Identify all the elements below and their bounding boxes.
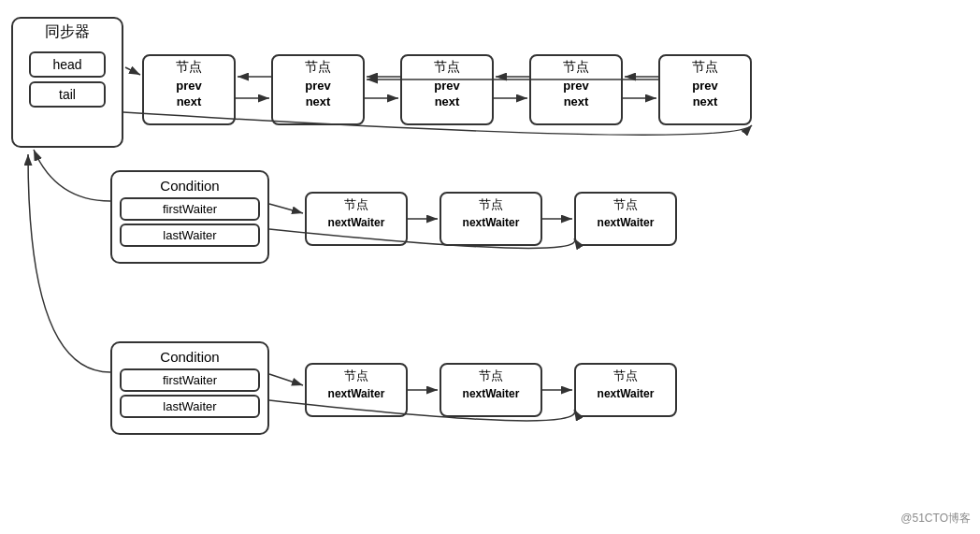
dll-node-4: 节点 prev next (529, 54, 623, 125)
dll-node-1-title: 节点 (144, 56, 234, 78)
condition-1-title: Condition (120, 178, 260, 194)
dll-node-2-prev: prev (273, 78, 363, 94)
dll-node-3: 节点 prev next (400, 54, 494, 125)
sync-head: head (29, 51, 106, 78)
condition-2-first-waiter: firstWaiter (120, 368, 260, 392)
condition-1-last-waiter: lastWaiter (120, 224, 260, 247)
condition-1-box: Condition firstWaiter lastWaiter (110, 170, 269, 264)
dll-node-5-prev: prev (660, 78, 750, 94)
c1-waiter-2: 节点 nextWaiter (440, 192, 542, 246)
dll-node-4-title: 节点 (531, 56, 621, 78)
sync-box: 同步器 head tail (11, 17, 123, 148)
svg-line-16 (269, 374, 303, 385)
svg-line-2 (125, 67, 140, 75)
dll-node-1-prev: prev (144, 78, 234, 94)
sync-title: 同步器 (13, 19, 122, 48)
c2-waiter-1-field: nextWaiter (307, 386, 406, 403)
dll-node-2: 节点 prev next (271, 54, 365, 125)
condition-2-last-waiter: lastWaiter (120, 395, 260, 418)
dll-node-4-next: next (531, 94, 621, 109)
c2-waiter-2-field: nextWaiter (441, 386, 540, 403)
c1-waiter-3-field: nextWaiter (576, 215, 675, 232)
c1-waiter-2-title: 节点 (441, 194, 540, 215)
c2-waiter-1-title: 节点 (307, 365, 406, 386)
c1-waiter-1-title: 节点 (307, 194, 406, 215)
dll-node-1: 节点 prev next (142, 54, 236, 125)
c1-waiter-1-field: nextWaiter (307, 215, 406, 232)
c2-waiter-2-title: 节点 (441, 365, 540, 386)
condition-1-first-waiter: firstWaiter (120, 197, 260, 221)
dll-node-2-title: 节点 (273, 56, 363, 78)
dll-node-3-prev: prev (402, 78, 492, 94)
dll-node-3-next: next (402, 94, 492, 109)
c2-waiter-1: 节点 nextWaiter (305, 363, 408, 417)
dll-node-3-title: 节点 (402, 56, 492, 78)
dll-node-5-title: 节点 (660, 56, 750, 78)
svg-line-13 (269, 204, 303, 213)
condition-2-box: Condition firstWaiter lastWaiter (110, 341, 269, 435)
dll-node-5: 节点 prev next (658, 54, 752, 125)
c2-waiter-3: 节点 nextWaiter (574, 363, 677, 417)
condition-2-title: Condition (120, 349, 260, 365)
c2-waiter-3-title: 节点 (576, 365, 675, 386)
c1-waiter-3-title: 节点 (576, 194, 675, 215)
watermark: @51CTO博客 (901, 511, 971, 527)
dll-node-1-next: next (144, 94, 234, 109)
sync-tail: tail (29, 81, 106, 108)
dll-node-5-next: next (660, 94, 750, 109)
c1-waiter-1: 节点 nextWaiter (305, 192, 408, 246)
c2-waiter-2: 节点 nextWaiter (440, 363, 542, 417)
dll-node-4-prev: prev (531, 78, 621, 94)
c1-waiter-3: 节点 nextWaiter (574, 192, 677, 246)
dll-node-2-next: next (273, 94, 363, 109)
c2-waiter-3-field: nextWaiter (576, 386, 675, 403)
diagram: 同步器 head tail 节点 prev next 节点 prev next … (0, 0, 980, 534)
c1-waiter-2-field: nextWaiter (441, 215, 540, 232)
